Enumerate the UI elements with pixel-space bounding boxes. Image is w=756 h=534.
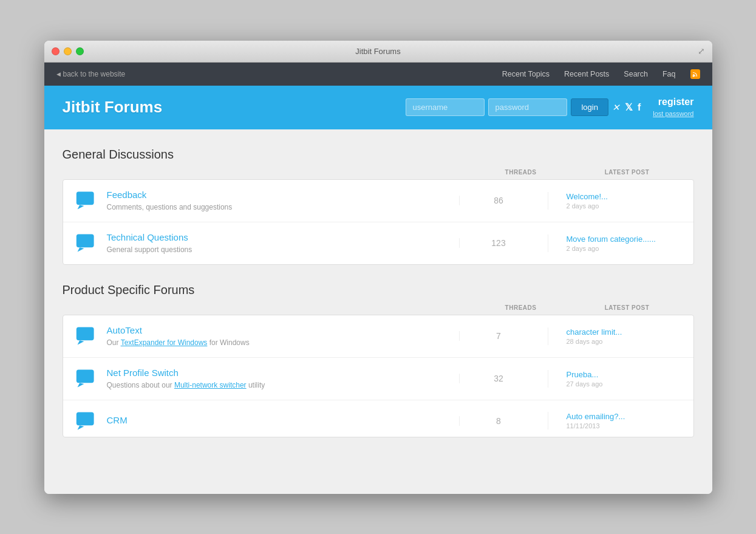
forum-netprofile-threads: 32 xyxy=(459,374,538,383)
svg-rect-5 xyxy=(76,327,94,341)
main-content: General Discussions THREADS LATEST POST xyxy=(44,129,712,494)
svg-marker-4 xyxy=(77,247,84,252)
forum-crm-latest: Auto emailing?... 11/11/2013 xyxy=(548,412,681,430)
multinetwork-link[interactable]: Multi-network switcher xyxy=(174,381,247,389)
forum-info: Feedback Comments, questions and suggest… xyxy=(107,190,449,212)
forum-autotext-link[interactable]: AutoText xyxy=(107,325,449,335)
forum-netprofile-latest: Prueba... 27 days ago xyxy=(548,370,681,388)
forum-technical-latest-time: 2 days ago xyxy=(567,245,681,252)
forum-autotext-latest-title[interactable]: character limit... xyxy=(567,327,681,337)
top-navigation: back to the website Recent Topics Recent… xyxy=(44,63,712,86)
window-title: Jitbit Forums xyxy=(355,47,400,56)
rss-icon[interactable] xyxy=(690,69,700,79)
browser-window: Jitbit Forums ⤢ back to the website Rece… xyxy=(44,41,712,494)
threads-col-header: THREADS xyxy=(482,169,560,176)
forum-chat-icon xyxy=(75,232,97,254)
back-to-website-link[interactable]: back to the website xyxy=(56,70,126,78)
forum-info: CRM xyxy=(107,415,449,426)
svg-marker-8 xyxy=(77,383,84,387)
forum-crm-link[interactable]: CRM xyxy=(107,415,449,425)
forum-netprofile-latest-time: 27 days ago xyxy=(567,380,681,388)
forum-chat-icon xyxy=(75,190,97,211)
svg-rect-1 xyxy=(76,192,94,205)
general-discussions-title: General Discussions xyxy=(63,148,694,162)
product-latest-col-header: LATEST POST xyxy=(560,304,694,311)
recent-topics-link[interactable]: Recent Topics xyxy=(502,70,550,78)
forum-row: AutoText Our TextExpander for Windows fo… xyxy=(63,315,693,358)
window-controls xyxy=(52,47,84,55)
forum-technical-link[interactable]: Technical Questions xyxy=(107,232,449,242)
twitter-x-icon[interactable]: 𝕏 xyxy=(625,101,633,113)
facebook-icon[interactable]: f xyxy=(638,102,641,113)
site-logo[interactable]: Jitbit Forums xyxy=(63,98,163,117)
minimize-button[interactable] xyxy=(64,47,72,55)
forum-crm-threads: 8 xyxy=(459,416,538,426)
forum-netprofile-link[interactable]: Net Profile Switch xyxy=(107,368,449,378)
site-header: Jitbit Forums login ✕ 𝕏 f register lost … xyxy=(44,86,712,129)
twitter-icon[interactable]: ✕ xyxy=(612,102,620,113)
general-forums-table: Feedback Comments, questions and suggest… xyxy=(63,179,694,265)
forum-row: Technical Questions General support ques… xyxy=(63,222,693,264)
forum-row: Net Profile Switch Questions about our M… xyxy=(63,358,693,400)
register-section: register lost password xyxy=(653,97,693,118)
svg-rect-7 xyxy=(76,370,94,383)
forum-chat-icon xyxy=(75,368,97,389)
svg-marker-2 xyxy=(77,205,84,209)
svg-rect-9 xyxy=(76,412,94,425)
forum-crm-latest-title[interactable]: Auto emailing?... xyxy=(567,412,681,421)
register-link[interactable]: register xyxy=(653,97,693,108)
forum-autotext-threads: 7 xyxy=(459,331,538,341)
close-button[interactable] xyxy=(52,47,60,55)
product-forums-section: Product Specific Forums THREADS LATEST P… xyxy=(63,283,694,437)
login-button[interactable]: login xyxy=(571,98,608,116)
general-discussions-section: General Discussions THREADS LATEST POST xyxy=(63,148,694,265)
forum-chat-icon xyxy=(75,410,97,432)
forum-autotext-desc: Our TextExpander for Windows for Windows xyxy=(107,338,250,347)
general-col-headers: THREADS LATEST POST xyxy=(63,168,694,179)
forum-technical-desc: General support questions xyxy=(107,245,192,254)
forum-technical-threads: 123 xyxy=(459,238,538,248)
forum-info: AutoText Our TextExpander for Windows fo… xyxy=(107,325,449,347)
forum-feedback-desc: Comments, questions and suggestions xyxy=(107,203,233,211)
forum-feedback-link[interactable]: Feedback xyxy=(107,190,449,200)
product-forums-title: Product Specific Forums xyxy=(63,283,694,297)
window-content: back to the website Recent Topics Recent… xyxy=(44,63,712,494)
username-input[interactable] xyxy=(406,98,485,116)
forum-row: CRM 8 Auto emailing?... 11/11/2013 xyxy=(63,400,693,437)
lost-password-link[interactable]: lost password xyxy=(653,110,693,117)
forum-info: Technical Questions General support ques… xyxy=(107,232,449,255)
product-threads-col-header: THREADS xyxy=(482,304,560,311)
forum-autotext-latest-time: 28 days ago xyxy=(567,338,681,345)
maximize-button[interactable] xyxy=(76,47,84,55)
login-form: login ✕ 𝕏 f xyxy=(406,98,641,116)
search-link[interactable]: Search xyxy=(624,70,648,78)
forum-technical-latest-title[interactable]: Move forum categorie...... xyxy=(567,234,681,244)
social-icons: ✕ 𝕏 f xyxy=(612,101,641,113)
forum-feedback-latest-title[interactable]: Welcome!... xyxy=(567,192,681,201)
forum-autotext-latest: character limit... 28 days ago xyxy=(548,327,681,345)
svg-rect-3 xyxy=(76,234,94,248)
recent-posts-link[interactable]: Recent Posts xyxy=(564,70,609,78)
forum-row: Feedback Comments, questions and suggest… xyxy=(63,180,693,222)
faq-link[interactable]: Faq xyxy=(662,70,676,78)
product-col-headers: THREADS LATEST POST xyxy=(63,303,694,315)
password-input[interactable] xyxy=(488,98,567,116)
forum-chat-icon xyxy=(75,325,97,347)
svg-marker-10 xyxy=(77,425,84,430)
forum-technical-latest: Move forum categorie...... 2 days ago xyxy=(548,234,681,252)
svg-point-0 xyxy=(692,75,694,77)
forum-feedback-threads: 86 xyxy=(459,196,538,205)
nav-links: Recent Topics Recent Posts Search Faq xyxy=(502,69,700,79)
textexpander-link[interactable]: TextExpander for Windows xyxy=(121,338,208,347)
forum-info: Net Profile Switch Questions about our M… xyxy=(107,368,449,390)
product-forums-table: AutoText Our TextExpander for Windows fo… xyxy=(63,315,694,437)
forum-netprofile-latest-title[interactable]: Prueba... xyxy=(567,370,681,379)
forum-feedback-latest-time: 2 days ago xyxy=(567,202,681,210)
forum-netprofile-desc: Questions about our Multi-network switch… xyxy=(107,381,265,389)
forum-crm-latest-time: 11/11/2013 xyxy=(567,422,681,430)
forum-feedback-latest: Welcome!... 2 days ago xyxy=(548,192,681,210)
latest-col-header: LATEST POST xyxy=(560,169,694,176)
titlebar: Jitbit Forums ⤢ xyxy=(44,41,712,63)
svg-marker-6 xyxy=(77,340,84,344)
resize-icon: ⤢ xyxy=(698,46,705,56)
